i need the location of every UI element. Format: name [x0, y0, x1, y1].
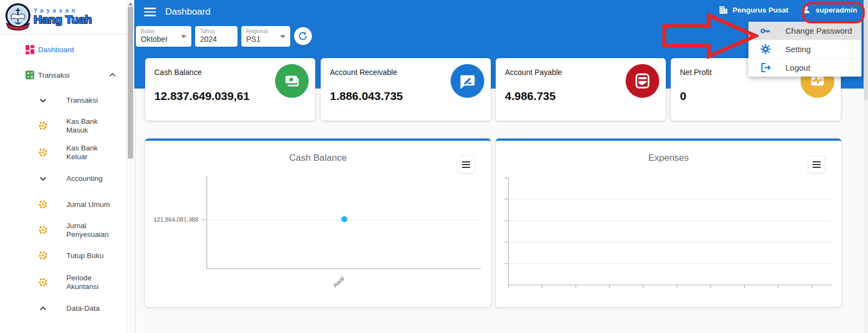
x-axis	[207, 268, 481, 269]
sidebar-item-label: Data-Data	[66, 304, 118, 313]
stat-label: Net Profit	[680, 68, 711, 77]
scrollbar-thumb[interactable]	[128, 7, 133, 159]
filter-tahun-input[interactable]: Tahun 2024	[195, 26, 238, 47]
y-tick	[504, 178, 508, 178]
y-axis	[508, 178, 509, 285]
user-dropdown-menu: Change Password	[748, 22, 861, 77]
menu-item-logout[interactable]: Logout	[748, 58, 861, 77]
y-tick	[504, 242, 508, 242]
x-tick	[811, 285, 812, 288]
dots-icon	[38, 148, 48, 158]
y-tick	[504, 263, 508, 264]
stat-label: Account Payable	[505, 68, 562, 77]
gridline	[508, 221, 832, 221]
x-tick	[710, 285, 711, 288]
filter-bulan-select[interactable]: Bulan Oktober	[136, 26, 191, 47]
sidebar-item-accounting[interactable]: Accounting	[0, 172, 126, 185]
x-axis	[508, 285, 832, 285]
logo-text: Yayasan Hang Tuah	[34, 8, 92, 26]
x-tick	[778, 285, 778, 288]
filter-tahun-label: Tahun	[200, 28, 215, 34]
chart-card-expenses: Expenses	[496, 139, 841, 307]
gridline	[508, 199, 832, 199]
expenses-plot-area	[496, 141, 841, 307]
dots-icon	[38, 121, 48, 131]
gridline	[508, 263, 832, 264]
stat-value: 1.886.043.735	[330, 90, 403, 103]
logo-hang-tuah: Hang Tuah	[34, 14, 92, 26]
sidebar-item-jurnal-umum[interactable]: Jurnal Umum	[0, 198, 126, 211]
sidebar-item-label: Tutup Buku	[66, 252, 118, 260]
sidebar-item-dashboard[interactable]: Dashboard	[0, 43, 126, 56]
chart-context-menu-button[interactable]	[457, 155, 475, 173]
sidebar-item-kas-bank-keluar[interactable]: Kas Bank Keluar	[0, 143, 126, 162]
x-tick	[576, 285, 576, 288]
stat-value: 4.986.735	[505, 90, 555, 103]
y-axis	[207, 175, 207, 268]
dots-icon	[38, 225, 48, 235]
sidebar-item-jurnal-penyesuaian[interactable]: Jurnal Penyesuaian	[0, 221, 126, 240]
sidebar-item-label: Jurnal Umum	[66, 200, 118, 209]
refresh-icon	[298, 31, 308, 41]
sidebar-item-periode-akuntansi[interactable]: Periode Akuntansi	[0, 273, 126, 292]
card-icon	[626, 64, 659, 98]
annotation-arrow-icon	[662, 12, 759, 60]
chevron-down-icon	[38, 174, 48, 184]
gridline	[508, 242, 832, 242]
menu-toggle-button[interactable]	[144, 8, 156, 17]
sidebar-item-transaksi-sub[interactable]: Transaksi	[0, 94, 126, 107]
x-tick	[508, 285, 509, 288]
y-tick	[504, 199, 508, 199]
x-tick	[744, 285, 745, 288]
chart-title: Cash Balance	[145, 153, 491, 164]
banknotes-icon	[275, 64, 309, 98]
y-tick	[201, 219, 207, 220]
review-icon	[451, 64, 484, 98]
sidebar-item-transaksi[interactable]: Transaksi	[0, 68, 126, 81]
dots-icon	[38, 278, 48, 287]
stat-card-account-payable: Account Payable 4.986.735	[496, 58, 666, 121]
menu-item-change-password[interactable]: Change Password	[748, 22, 861, 40]
page-scrollbar[interactable]	[864, 0, 868, 333]
sidebar-item-label: Kas Bank Masuk	[66, 117, 118, 135]
stat-card-account-receivable: Account Receivable 1.886.043.735	[321, 58, 491, 121]
sidebar-item-label: Transaksi	[38, 71, 70, 79]
sidebar-item-kas-bank-masuk[interactable]: Kas Bank Masuk	[0, 117, 126, 135]
menu-item-label: Logout	[785, 63, 810, 72]
refresh-button[interactable]	[294, 27, 312, 45]
x-category-label: Awal	[298, 275, 345, 322]
chevron-down-icon	[280, 35, 285, 38]
sidebar-item-data-data[interactable]: Data-Data	[0, 302, 126, 315]
menu-item-setting[interactable]: Setting	[748, 40, 861, 58]
sidebar-item-tutup-buku[interactable]: Tutup Buku	[0, 249, 126, 262]
sidebar-item-label: Accounting	[66, 174, 118, 183]
gear-icon	[759, 43, 771, 55]
menu-item-label: Setting	[785, 45, 811, 54]
y-tick-label: 121,864,081,988	[145, 216, 198, 223]
dots-icon	[38, 251, 48, 261]
scrollbar-up-arrow-icon[interactable]	[128, 2, 133, 5]
menu-item-label: Change Password	[785, 26, 852, 35]
dashboard-icon	[25, 45, 35, 54]
page-title: Dashboard	[165, 7, 210, 17]
filter-regional-select[interactable]: Regional PS1	[241, 26, 290, 47]
hang-tuah-crest-icon	[4, 3, 32, 31]
filter-regional-label: Regional	[246, 28, 267, 34]
key-icon	[759, 25, 771, 37]
chevron-down-icon	[38, 96, 48, 105]
sidebar: Yayasan Hang Tuah Dashboard Transaksi	[0, 0, 126, 333]
chevron-up-icon	[108, 70, 117, 80]
chevron-up-icon	[38, 304, 48, 313]
data-point[interactable]	[341, 216, 347, 222]
stat-label: Cash Balance	[154, 68, 202, 77]
stat-card-cash-balance: Cash Balance 12.837.649.039,61	[145, 58, 315, 121]
annotation-box-superadmin	[802, 2, 865, 23]
sidebar-item-label: Periode Akuntansi	[66, 274, 118, 291]
filter-regional-value: PS1	[246, 35, 260, 43]
calculator-icon	[25, 70, 35, 80]
stat-label: Account Receivable	[330, 68, 397, 77]
logo: Yayasan Hang Tuah	[0, 0, 126, 34]
logout-icon	[759, 62, 771, 74]
x-tick	[609, 285, 610, 288]
chevron-down-icon	[181, 35, 186, 38]
